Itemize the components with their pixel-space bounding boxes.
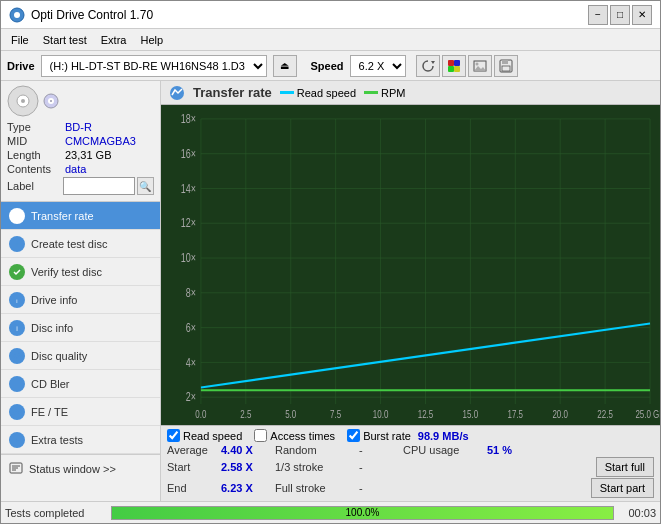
drive-icons	[416, 55, 518, 77]
stroke-label: 1/3 stroke	[275, 461, 355, 473]
nav-fe-te[interactable]: FE / TE	[1, 398, 160, 426]
nav-create-test-disc[interactable]: Create test disc	[1, 230, 160, 258]
nav-create-test-disc-label: Create test disc	[31, 238, 107, 250]
checkbox-burst-rate: Burst rate 98.9 MB/s	[347, 429, 468, 442]
svg-text:12.5: 12.5	[418, 408, 434, 421]
svg-text:10.0: 10.0	[373, 408, 389, 421]
svg-text:14×: 14×	[181, 181, 196, 195]
start-value: 2.58 X	[221, 461, 271, 473]
nav-fe-te-label: FE / TE	[31, 406, 68, 418]
svg-point-18	[50, 100, 52, 102]
status-window-label: Status window >>	[29, 463, 116, 475]
refresh-button[interactable]	[416, 55, 440, 77]
cd-bler-icon	[9, 376, 25, 392]
title-bar: Opti Drive Control 1.70 − □ ✕	[1, 1, 660, 29]
start-full-button[interactable]: Start full	[596, 457, 654, 477]
progress-text: 100.0%	[112, 507, 613, 519]
read-speed-checkbox[interactable]	[167, 429, 180, 442]
app-icon	[9, 7, 25, 23]
nav-transfer-rate[interactable]: Transfer rate	[1, 202, 160, 230]
speed-select[interactable]: 6.2 X Max 4.0 X 2.0 X	[350, 55, 406, 77]
access-times-checkbox-label: Access times	[270, 430, 335, 442]
full-stroke-value: -	[359, 482, 399, 494]
svg-rect-4	[454, 60, 460, 66]
label-label: Label	[7, 180, 63, 192]
speed-label: Speed	[311, 60, 344, 72]
label-input[interactable]	[63, 177, 135, 195]
nav-section: Transfer rate Create test disc Verify te…	[1, 202, 160, 501]
cpu-value: 51 %	[487, 444, 547, 456]
disc-length-row: Length 23,31 GB	[7, 149, 154, 161]
svg-point-15	[21, 99, 25, 103]
status-text: Tests completed	[5, 507, 105, 519]
checkbox-read-speed: Read speed	[167, 429, 242, 442]
drive-label: Drive	[7, 60, 35, 72]
end-label: End	[167, 482, 217, 494]
nav-status-window[interactable]: Status window >>	[1, 454, 160, 482]
nav-verify-test-disc-label: Verify test disc	[31, 266, 102, 278]
disc-small-icon	[43, 93, 59, 109]
random-label: Random	[275, 444, 355, 456]
nav-verify-test-disc[interactable]: Verify test disc	[1, 258, 160, 286]
burst-rate-value: 98.9 MB/s	[418, 430, 469, 442]
disc-mid-row: MID CMCMAGBA3	[7, 135, 154, 147]
type-label: Type	[7, 121, 65, 133]
svg-point-8	[475, 62, 478, 65]
drive-bar: Drive (H:) HL-DT-ST BD-RE WH16NS48 1.D3 …	[1, 51, 660, 81]
svg-rect-26	[14, 385, 16, 388]
svg-text:15.0: 15.0	[463, 408, 479, 421]
svg-rect-27	[17, 383, 19, 388]
svg-text:7.5: 7.5	[330, 408, 341, 421]
menu-extra[interactable]: Extra	[95, 32, 133, 48]
nav-extra-tests-label: Extra tests	[31, 434, 83, 446]
save-button[interactable]	[494, 55, 518, 77]
nav-disc-info[interactable]: i Disc info	[1, 314, 160, 342]
stats-row-1: Average 4.40 X Random - CPU usage 51 %	[167, 444, 654, 456]
minimize-button[interactable]: −	[588, 5, 608, 25]
svg-text:2×: 2×	[186, 390, 196, 404]
label-button[interactable]: 🔍	[137, 177, 154, 195]
svg-rect-12	[502, 66, 510, 71]
maximize-button[interactable]: □	[610, 5, 630, 25]
contents-label: Contents	[7, 163, 65, 175]
length-label: Length	[7, 149, 65, 161]
nav-disc-quality[interactable]: Disc quality	[1, 342, 160, 370]
menu-file[interactable]: File	[5, 32, 35, 48]
transfer-rate-icon	[9, 208, 25, 224]
svg-text:22.5: 22.5	[597, 408, 613, 421]
status-icon	[9, 462, 23, 476]
status-bar: Tests completed 100.0% 00:03	[1, 501, 660, 523]
svg-text:10×: 10×	[181, 251, 196, 265]
image-button[interactable]	[468, 55, 492, 77]
svg-rect-28	[20, 381, 22, 388]
color-button[interactable]	[442, 55, 466, 77]
checkbox-access-times: Access times	[254, 429, 335, 442]
nav-extra-tests[interactable]: + Extra tests	[1, 426, 160, 454]
close-button[interactable]: ✕	[632, 5, 652, 25]
nav-cd-bler[interactable]: CD Bler	[1, 370, 160, 398]
menu-help[interactable]: Help	[134, 32, 169, 48]
eject-button[interactable]: ⏏	[273, 55, 297, 77]
nav-drive-info-label: Drive info	[31, 294, 77, 306]
type-value: BD-R	[65, 121, 92, 133]
legend-rpm-label: RPM	[381, 87, 405, 99]
chart-header: Transfer rate Read speed RPM	[161, 81, 660, 105]
legend-read-speed-color	[280, 91, 294, 94]
extra-tests-icon: +	[9, 432, 25, 448]
svg-text:16×: 16×	[181, 146, 196, 160]
access-times-checkbox[interactable]	[254, 429, 267, 442]
burst-rate-checkbox[interactable]	[347, 429, 360, 442]
drive-select[interactable]: (H:) HL-DT-ST BD-RE WH16NS48 1.D3	[41, 55, 267, 77]
nav-cd-bler-label: CD Bler	[31, 378, 70, 390]
svg-text:i: i	[16, 297, 17, 303]
disc-info-icon: i	[9, 320, 25, 336]
nav-drive-info[interactable]: i Drive info	[1, 286, 160, 314]
svg-text:17.5: 17.5	[508, 408, 524, 421]
start-part-button[interactable]: Start part	[591, 478, 654, 498]
svg-text:4×: 4×	[186, 355, 196, 369]
disc-panel: Type BD-R MID CMCMAGBA3 Length 23,31 GB …	[1, 81, 160, 202]
disc-quality-icon	[9, 348, 25, 364]
length-value: 23,31 GB	[65, 149, 111, 161]
menu-start-test[interactable]: Start test	[37, 32, 93, 48]
svg-rect-5	[448, 66, 454, 72]
